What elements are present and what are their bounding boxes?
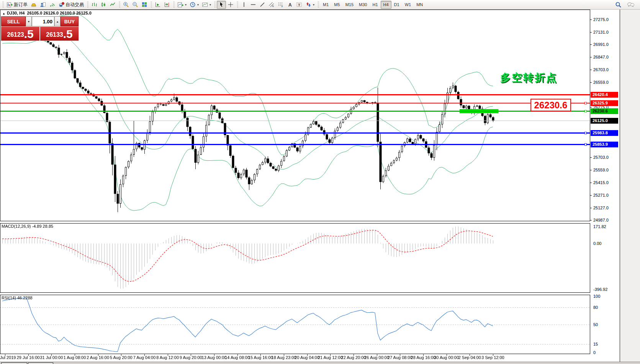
volume-decrease-button[interactable]: ▼	[26, 16, 32, 26]
indicators-icon	[177, 2, 183, 8]
chart-candles-button[interactable]	[99, 1, 108, 9]
templates-button[interactable]: ▾	[200, 1, 213, 9]
timeframe-m1[interactable]: M1	[320, 1, 331, 9]
time-axis-label: 3 Sep 12:00	[481, 355, 504, 360]
arrows-button[interactable]: ▾	[304, 1, 316, 9]
timeframe-mn[interactable]: MN	[414, 1, 426, 9]
fibonacci-icon: F	[278, 2, 284, 8]
signals-button[interactable]	[47, 1, 57, 9]
autotrade-label: 自动交易	[65, 2, 84, 8]
bottom-strip	[0, 362, 640, 364]
chart-line-button[interactable]	[108, 1, 117, 9]
horizontal-line-button[interactable]	[249, 1, 258, 9]
time-axis-label: 21 Aug 12:00	[318, 355, 343, 360]
time-axis-label: 18 Aug 23:00	[272, 355, 296, 360]
price-axis[interactable]: 27275.027131.026991.026847.026703.026559…	[590, 10, 620, 362]
chart-shift-button[interactable]	[162, 1, 172, 9]
text-button[interactable]: A	[285, 1, 295, 9]
sell-price-display[interactable]: 26123 .5	[1, 27, 39, 41]
price-tag: 26325.9	[591, 100, 618, 106]
chart-window: ▲DJ30, H4 26105.0 26126.0 26100.0 26125.…	[0, 10, 640, 362]
signals-icon	[49, 2, 55, 8]
buy-button[interactable]: BUY	[61, 16, 79, 26]
toolbar-grip	[2, 2, 4, 8]
zoom-in-button[interactable]	[121, 1, 131, 9]
price-tick-label: 26991.0	[593, 42, 609, 47]
text-label-button[interactable]: T	[295, 1, 304, 9]
macd-axis-zero-label: 0.00	[593, 241, 601, 246]
turning-point-annotation[interactable]: 多空转折点	[500, 71, 558, 85]
auto-scroll-button[interactable]	[153, 1, 162, 9]
search-icon	[615, 2, 622, 8]
sell-price-frac: .5	[24, 28, 34, 40]
templates-icon	[202, 2, 208, 8]
buy-price-main: 26133	[46, 30, 63, 40]
macd-axis-max-label: 171.82	[593, 224, 606, 229]
chart-bars-button[interactable]	[90, 1, 99, 9]
volume-increase-button[interactable]: ▲	[54, 16, 61, 26]
time-axis-label: 31 Jul 00:00	[40, 355, 63, 360]
new-order-button[interactable]: 新订单	[5, 1, 29, 9]
equidistant-channel-button[interactable]: E	[267, 1, 276, 9]
fibonacci-button[interactable]: F	[276, 1, 285, 9]
timeframe-d1[interactable]: D1	[391, 1, 402, 9]
trendline-icon	[259, 2, 265, 8]
zoom-out-button[interactable]	[131, 1, 140, 9]
price-tick-label: 26847.0	[593, 55, 609, 59]
time-axis-label: 27 Aug 08:00	[388, 355, 412, 360]
volume-input[interactable]	[32, 16, 54, 26]
time-axis-label: 26 Aug 00:00	[364, 355, 389, 360]
timeframe-m15[interactable]: M15	[343, 1, 356, 9]
toolbar-grip	[173, 2, 175, 8]
chat-button[interactable]	[625, 1, 636, 9]
cursor-icon	[218, 2, 224, 8]
gold-icon	[31, 2, 37, 8]
indicators-button[interactable]: ▾	[176, 1, 188, 9]
chart-candles-icon	[100, 2, 106, 8]
ohlc-values: 26105.0 26126.0 26100.0 26125.0	[27, 11, 92, 15]
symbol-period-label: DJ30, H4	[7, 11, 25, 15]
autotrade-button[interactable]: 自动交易	[57, 1, 85, 9]
price-callout-box[interactable]: 26230.6	[530, 99, 571, 111]
time-axis-label: 2 Sep 04:00	[458, 355, 481, 360]
price-chart-canvas[interactable]	[0, 10, 590, 362]
rsi-axis-label: 100	[593, 294, 600, 299]
arrows-icon	[305, 2, 311, 8]
timeframe-w1[interactable]: W1	[402, 1, 414, 9]
crosshair-button[interactable]	[226, 1, 235, 9]
time-axis-label: 29 Jul 16:00	[17, 355, 40, 360]
time-axis-label: 28 Aug 16:00	[411, 355, 436, 360]
timeframe-h4[interactable]: H4	[381, 1, 391, 9]
vertical-line-button[interactable]	[239, 1, 249, 9]
price-tick-label: 27131.0	[593, 30, 609, 34]
trendline-button[interactable]	[258, 1, 267, 9]
cursor-button[interactable]	[217, 1, 226, 9]
price-tick-label: 26703.0	[593, 67, 609, 72]
price-tick-mark	[590, 195, 592, 196]
price-tag: 26420.4	[591, 92, 618, 98]
gold-button[interactable]	[29, 1, 38, 9]
profile-button[interactable]	[38, 1, 47, 9]
text-icon: A	[287, 2, 293, 8]
sell-button[interactable]: SELL	[1, 16, 26, 26]
timeframe-m5[interactable]: M5	[331, 1, 342, 9]
chat-icon	[627, 2, 635, 8]
toolbar-grip	[317, 2, 319, 8]
buy-price-display[interactable]: 26133 .5	[40, 27, 79, 41]
timeframe-h1[interactable]: H1	[370, 1, 380, 9]
chart-plot-area[interactable]: ▲DJ30, H4 26105.0 26126.0 26100.0 26125.…	[0, 10, 590, 362]
timeframe-m30[interactable]: M30	[356, 1, 370, 9]
rsi-indicator-label: RSI(14) 46.2288	[2, 295, 33, 300]
toolbar-grip	[87, 2, 88, 8]
periods-button[interactable]: ▾	[188, 1, 200, 9]
profile-icon	[40, 2, 46, 8]
price-tick-mark	[590, 107, 592, 108]
price-tick-label: 25415.0	[593, 180, 609, 185]
price-tick-mark	[590, 220, 592, 220]
time-axis-label: 15 Aug 16:00	[248, 355, 273, 360]
search-button[interactable]	[614, 1, 623, 9]
svg-text:T: T	[298, 3, 300, 7]
tile-windows-button[interactable]	[140, 1, 149, 9]
price-tick-label: 24987.0	[593, 218, 609, 222]
one-click-collapse-icon[interactable]: ▲	[2, 12, 5, 15]
